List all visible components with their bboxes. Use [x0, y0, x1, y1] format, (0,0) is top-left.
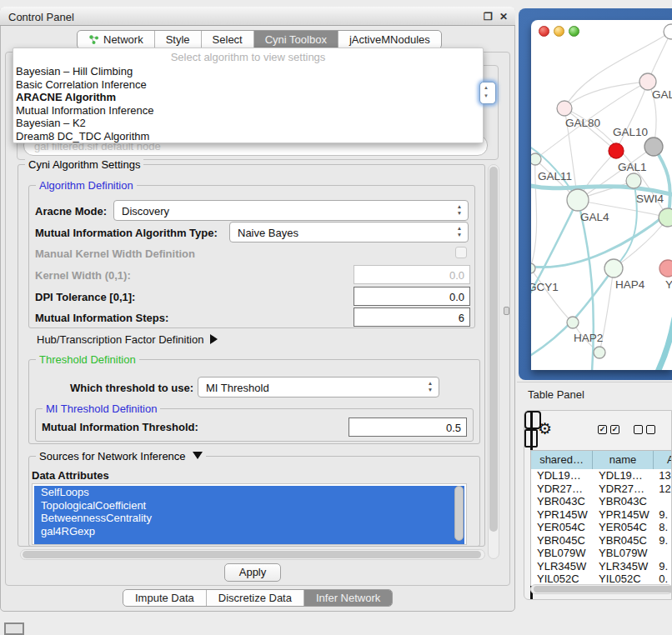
select-all-checkbox-icon[interactable]: ✓	[598, 425, 607, 434]
algorithm-definition-title: Algorithm Definition	[36, 179, 137, 192]
mi-threshold-group-title: MI Threshold Definition	[43, 402, 160, 415]
table-row[interactable]: YDR27… YDR27… 12	[531, 482, 672, 496]
manual-kernel-checkbox[interactable]	[455, 247, 467, 258]
node-label: GAL1	[618, 161, 647, 173]
node-table: shared… name A YDL19… YDL19… 13 YDR27… Y…	[530, 450, 672, 586]
node-label: GAL4	[580, 211, 609, 223]
algorithm-popup-item[interactable]: Bayesian – K2	[16, 117, 480, 130]
node-label: Y	[665, 278, 672, 291]
combo-stepper-icon: ▲▼	[426, 380, 434, 393]
tab-cyni-toolbox[interactable]: Cyni Toolbox	[254, 31, 339, 48]
table-row[interactable]: YDL19… YDL19… 13	[531, 469, 672, 482]
table-row[interactable]: YBL079W YBL079W	[531, 547, 672, 560]
settings-group-title: Cyni Algorithm Settings	[25, 158, 143, 171]
zoom-window-icon[interactable]	[569, 26, 579, 37]
tab-jactivemnodules[interactable]: jActiveMNodules	[339, 31, 441, 48]
tab-network[interactable]: Network	[78, 31, 155, 48]
settings-vertical-scrollbar[interactable]	[488, 164, 499, 559]
tab-select[interactable]: Select	[202, 31, 254, 48]
settings-horizontal-scrollbar[interactable]	[20, 549, 485, 560]
node-label: HAP2	[574, 332, 603, 344]
close-window-icon[interactable]	[539, 26, 549, 37]
minimize-window-icon[interactable]	[554, 26, 564, 37]
network-view-canvas[interactable]: GAL GAL80 GAL10 GAL1 GAL11 GAL4 SWI4 GCY…	[531, 20, 672, 370]
hub-definition-expander[interactable]: Hub/Transcription Factor Definition	[37, 333, 218, 346]
network-node	[644, 138, 663, 156]
mi-steps-field[interactable]: 6	[354, 308, 470, 327]
control-panel-title: Control Panel	[8, 11, 74, 23]
deselect-all-checkbox-icon[interactable]	[634, 425, 643, 434]
network-node	[557, 101, 572, 116]
data-attributes-label: Data Attributes	[32, 469, 109, 482]
node-label: SWI4	[636, 192, 664, 205]
network-node	[594, 347, 605, 358]
table-body: YDL19… YDL19… 13 YDR27… YDR27… 12 YBR043…	[531, 469, 672, 586]
node-label: GAL11	[538, 170, 572, 182]
node-label: GCY1	[531, 281, 559, 293]
mi-threshold-field[interactable]: 0.5	[349, 418, 467, 437]
tab-style[interactable]: Style	[155, 31, 202, 48]
kernel-width-label: Kernel Width (0,1):	[35, 269, 131, 282]
dpi-tolerance-label: DPI Tolerance [0,1]:	[35, 291, 135, 303]
network-node	[567, 317, 579, 328]
algorithm-dropdown-popup: Select algorithm to view settings Bayesi…	[13, 48, 484, 143]
attribute-list-item[interactable]: BetweennessCentrality	[34, 512, 464, 525]
algorithm-popup-placeholder: Select algorithm to view settings	[13, 51, 483, 63]
network-node	[626, 173, 641, 188]
table-row[interactable]: YER054C YER054C 8.	[531, 521, 672, 534]
tab-discretize-data[interactable]: Discretize Data	[207, 590, 304, 606]
node-label: GAL80	[565, 117, 600, 129]
column-header-partial[interactable]: A	[654, 451, 672, 469]
which-threshold-label: Which threshold to use:	[70, 382, 193, 394]
threshold-definition-title: Threshold Definition	[36, 353, 139, 366]
table-row[interactable]: YBR045C YBR045C 9.	[531, 534, 672, 548]
mi-threshold-label: Mutual Information Threshold:	[42, 421, 198, 433]
which-threshold-combobox[interactable]: MI Threshold ▲▼	[198, 377, 439, 398]
data-attributes-list[interactable]: SelfLoopsTopologicalCoefficientBetweenne…	[32, 483, 467, 545]
dpi-tolerance-field[interactable]: 0.0	[354, 287, 470, 306]
attribute-list-scrollbar[interactable]	[454, 486, 464, 541]
combo-stepper-icon: ▲▼	[455, 203, 464, 217]
panel-divider-handle[interactable]	[504, 307, 509, 315]
attribute-list-item[interactable]: gal4RGexp	[34, 525, 464, 538]
algorithm-popup-item[interactable]: Dream8 DC_TDC Algorithm	[16, 130, 480, 143]
algorithm-popup-item[interactable]: Mutual Information Inference	[16, 104, 480, 118]
algorithm-popup-item[interactable]: Basic Correlation Inference	[16, 78, 480, 92]
table-horizontal-scrollbar[interactable]	[530, 584, 672, 594]
node-label: GAL10	[613, 126, 648, 138]
algorithm-combobox-stepper[interactable]: ▲ ▼	[479, 82, 496, 104]
network-node	[609, 143, 624, 158]
deselect-all-checkbox-icon[interactable]	[646, 425, 655, 434]
network-node	[604, 259, 623, 278]
aracne-mode-combobox[interactable]: Discovery ▲▼	[113, 200, 469, 221]
node-label: HAP4	[615, 278, 645, 291]
gear-icon[interactable]: ⚙	[538, 419, 552, 438]
network-node	[659, 260, 672, 277]
collapse-arrow-icon	[193, 452, 203, 459]
table-row[interactable]: YBR043C YBR043C	[531, 495, 672, 508]
tab-impute-data[interactable]: Impute Data	[123, 590, 207, 606]
sources-group-title[interactable]: Sources for Network Inference	[36, 450, 206, 462]
algorithm-popup-item[interactable]: ARACNE Algorithm	[16, 91, 480, 104]
close-panel-icon[interactable]: ✕	[499, 11, 508, 22]
minimized-panel-icon[interactable]	[4, 622, 24, 635]
table-row[interactable]: YPR145W YPR145W 9.	[531, 508, 672, 522]
column-header-name[interactable]: name	[593, 451, 654, 469]
apply-button[interactable]: Apply	[224, 563, 281, 582]
mi-steps-label: Mutual Information Steps:	[35, 312, 168, 324]
attribute-list-item[interactable]: TopologicalCoefficient	[34, 499, 464, 512]
manual-kernel-label: Manual Kernel Width Definition	[35, 248, 195, 260]
algorithm-popup-item[interactable]: Bayesian – Hill Climbing	[16, 65, 480, 78]
network-node	[659, 208, 672, 227]
control-panel-tabbar: Network Style Select Cyni Toolbox jActiv…	[77, 30, 442, 49]
float-window-icon[interactable]: ❐	[484, 11, 493, 22]
tab-infer-network[interactable]: Infer Network	[304, 590, 392, 606]
network-node	[531, 263, 535, 273]
table-row[interactable]: YLR345W YLR345W 9.	[531, 560, 672, 573]
mi-algorithm-type-combobox[interactable]: Naive Bayes ▲▼	[229, 222, 469, 242]
kernel-width-field[interactable]: 0.0	[354, 265, 470, 284]
column-header-shared-name[interactable]: shared…	[531, 451, 593, 469]
select-all-checkbox-icon[interactable]: ✓	[610, 425, 619, 434]
attribute-list-item[interactable]: SelfLoops	[34, 486, 464, 499]
network-tab-icon	[88, 34, 99, 45]
